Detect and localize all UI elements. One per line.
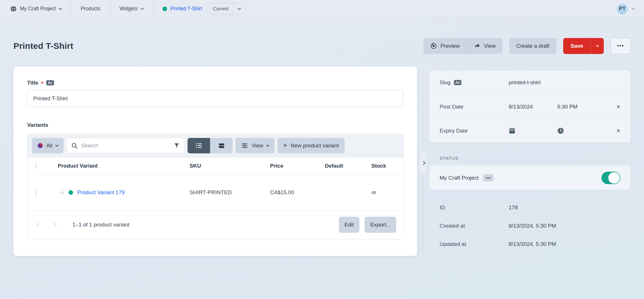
toggle-knob: [608, 172, 620, 184]
chevron-down-icon: [140, 7, 144, 10]
account-menu[interactable]: PT: [616, 3, 634, 15]
created-row: Created at 8/13/2024, 5:30 PM: [429, 220, 631, 232]
preview-view-group: Preview View: [423, 38, 502, 54]
updated-value: 8/13/2024, 5:30 PM: [509, 241, 556, 247]
sidebar-rail: [417, 67, 429, 260]
id-label: ID: [440, 204, 509, 211]
site-name: My Craft Project: [440, 175, 478, 181]
table-row: Product Variant 179 SHIRT-PRINTED CA$15.…: [27, 174, 403, 210]
project-name: My Craft Project: [20, 6, 56, 12]
meta-card: Slug Az printed-t-shirt Post Date 8/13/2…: [429, 71, 631, 143]
entry-edit-card: Title * Az Variants All: [13, 67, 417, 256]
breadcrumb-widgets[interactable]: Widgets: [120, 6, 143, 12]
search-input[interactable]: [81, 143, 170, 149]
clock-icon[interactable]: [557, 127, 564, 134]
breadcrumb-separator: [151, 0, 155, 18]
sliders-icon: [241, 142, 248, 149]
save-button[interactable]: Save: [563, 38, 591, 54]
variant-link[interactable]: Product Variant 179: [77, 189, 125, 196]
breadcrumb-products[interactable]: Products: [80, 6, 100, 12]
row-checkbox[interactable]: [36, 189, 36, 196]
translate-icon: Az: [46, 80, 54, 86]
breadcrumb: My Craft Project Products Widgets Printe…: [10, 0, 245, 17]
clear-expiry-date-button[interactable]: ×: [616, 127, 620, 134]
list-view-button[interactable]: [188, 138, 210, 153]
edit-button[interactable]: Edit: [339, 217, 360, 233]
page-title: Printed T-Shirt: [13, 41, 73, 51]
variant-stock: ∞: [371, 188, 403, 196]
created-value: 8/13/2024, 5:30 PM: [509, 223, 556, 229]
column-header[interactable]: Product Variant: [58, 163, 190, 169]
pagination-count: 1–1 of 1 product variant: [73, 222, 130, 228]
create-draft-button[interactable]: Create a draft: [509, 38, 556, 54]
variants-heading: Variants: [27, 122, 403, 128]
title-field: Title * Az: [27, 80, 403, 107]
breadcrumb-separator: [69, 0, 73, 18]
table-header: Product Variant SKU Price Default Stock: [27, 157, 403, 174]
chevron-down-icon: [596, 44, 599, 47]
clear-post-date-button[interactable]: ×: [616, 103, 620, 110]
column-header[interactable]: Default: [325, 163, 371, 169]
all-sites-dot-icon: [38, 143, 43, 148]
select-all-checkbox[interactable]: [36, 162, 36, 169]
chevron-down-icon: [59, 7, 62, 10]
variants-listbox: All: [27, 134, 403, 239]
view-button[interactable]: View: [467, 38, 503, 54]
search-icon: [71, 143, 78, 149]
column-header[interactable]: Price: [270, 163, 325, 169]
view-options-button[interactable]: View: [236, 138, 275, 153]
breadcrumb-entry[interactable]: Printed T-Shirt: [162, 6, 202, 12]
drag-handle-icon[interactable]: [59, 190, 65, 195]
site-enabled-toggle[interactable]: [601, 172, 620, 184]
table-footer: 1–1 of 1 product variant Edit Export...: [27, 210, 403, 239]
created-label: Created at: [440, 223, 509, 229]
slug-value[interactable]: printed-t-shirt: [509, 79, 541, 86]
more-actions-button[interactable]: •••: [611, 38, 631, 54]
next-page-button[interactable]: [53, 223, 57, 227]
site-filter-button[interactable]: All: [32, 138, 64, 153]
card-view-button[interactable]: [210, 138, 233, 153]
page-header: Printed T-Shirt Preview View Create a dr: [0, 18, 644, 67]
variants-toolbar: All: [27, 134, 403, 157]
column-header[interactable]: Stock: [371, 163, 403, 169]
title-label: Title: [27, 80, 38, 86]
post-date-label: Post Date: [440, 104, 509, 110]
chevron-right-icon: [421, 161, 425, 165]
id-value: 178: [509, 204, 518, 211]
post-time-input[interactable]: 5:30 PM: [557, 104, 577, 110]
id-row: ID 178: [429, 201, 631, 214]
status-dot: [69, 190, 73, 195]
new-variant-button[interactable]: + New product variant: [277, 138, 345, 153]
chevron-down-icon: [631, 7, 635, 10]
status-card: My Craft Project •••: [429, 166, 631, 190]
variant-price: CA$15.00: [270, 189, 325, 196]
post-date-input[interactable]: 8/13/2024: [509, 104, 533, 110]
sidebar: Slug Az printed-t-shirt Post Date 8/13/2…: [429, 67, 631, 256]
share-arrow-icon: [474, 43, 481, 49]
column-header[interactable]: SKU: [190, 163, 270, 169]
status-heading: STATUS: [440, 156, 631, 160]
updated-label: Updated at: [440, 241, 509, 247]
post-date-row: Post Date 8/13/2024 5:30 PM ×: [429, 95, 631, 119]
sidebar-collapse-button[interactable]: [419, 151, 428, 175]
avatar[interactable]: PT: [616, 3, 629, 15]
title-input[interactable]: [27, 90, 403, 107]
topbar: My Craft Project Products Widgets Printe…: [0, 0, 644, 18]
export-button[interactable]: Export...: [365, 217, 396, 233]
search-box: [67, 138, 185, 153]
prev-page-button[interactable]: [37, 223, 41, 227]
breadcrumb-project[interactable]: My Craft Project: [10, 6, 61, 12]
slug-label: Slug: [440, 79, 450, 86]
save-menu-button[interactable]: [591, 38, 604, 54]
site-status-menu-button[interactable]: •••: [483, 174, 494, 181]
filter-funnel-icon[interactable]: [174, 143, 180, 149]
revision-menu[interactable]: Current: [207, 3, 245, 15]
revision-caret-button[interactable]: [233, 8, 245, 9]
calendar-icon[interactable]: [509, 127, 516, 134]
preview-button[interactable]: Preview: [423, 38, 467, 54]
craft-admin-app: My Craft Project Products Widgets Printe…: [0, 0, 644, 299]
expiry-date-row: Expiry Date ×: [429, 119, 631, 143]
chevron-down-icon: [266, 143, 269, 147]
entry-name: Printed T-Shirt: [170, 6, 202, 12]
save-group: Save: [563, 38, 604, 54]
